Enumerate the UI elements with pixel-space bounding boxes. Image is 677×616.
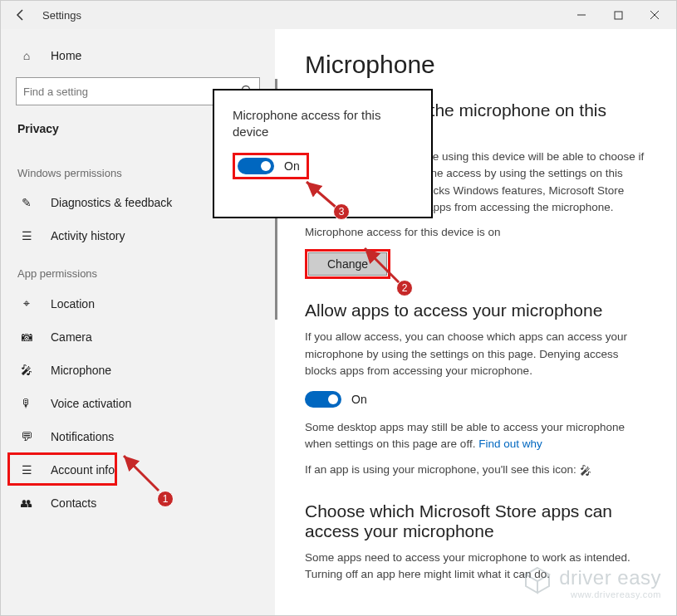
watermark-logo-icon — [522, 565, 552, 600]
annotation-badge-1: 1 — [157, 491, 174, 507]
home-nav[interactable]: ⌂ Home — [1, 41, 275, 71]
section2-title: Allow apps to access your microphone — [305, 301, 646, 320]
mic-status-icon: 🎤︎ — [580, 464, 591, 477]
desktop-note: Some desktop apps may still be able to a… — [305, 419, 646, 453]
svg-rect-1 — [615, 12, 622, 19]
sidebar-item-label: Notifications — [51, 430, 114, 443]
sidebar-item-label: Contacts — [51, 496, 96, 510]
diagnostics-icon: ✎ — [17, 196, 36, 209]
desktop-note-text: Some desktop apps may still be able to a… — [305, 421, 625, 450]
toggle-label: On — [284, 159, 300, 173]
sidebar-item-activity[interactable]: ☰ Activity history — [1, 219, 275, 252]
home-icon: ⌂ — [17, 49, 36, 62]
home-label: Home — [51, 49, 81, 62]
sidebar-item-microphone[interactable]: 🎤︎ Microphone — [1, 354, 275, 387]
change-button[interactable]: Change — [308, 252, 387, 276]
sidebar-item-notifications[interactable]: 💬︎ Notifications — [1, 420, 275, 453]
contacts-icon: 👥︎ — [17, 496, 36, 510]
find-out-why-link[interactable]: Find out why — [478, 438, 542, 450]
using-mic-line: If an app is using your microphone, you'… — [305, 462, 646, 480]
minimize-icon — [576, 10, 586, 20]
sidebar-item-label: Microphone — [51, 364, 111, 377]
titlebar: Settings — [1, 1, 676, 29]
sidebar-item-location[interactable]: ⌖ Location — [1, 286, 275, 320]
group-app-permissions: App permissions — [1, 252, 275, 286]
sidebar-item-label: Location — [51, 297, 95, 310]
page-title: Microphone — [305, 51, 646, 79]
annotation-badge-2: 2 — [396, 280, 413, 296]
microphone-icon: 🎤︎ — [17, 364, 36, 377]
toggle-label: On — [351, 393, 367, 406]
toggle-knob — [328, 394, 338, 404]
close-icon — [650, 10, 660, 20]
section2-body: If you allow access, you can choose whic… — [305, 329, 646, 379]
using-mic-text: If an app is using your microphone, you'… — [305, 463, 576, 476]
notifications-icon: 💬︎ — [17, 430, 36, 443]
watermark: driver easy www.drivereasy.com — [522, 565, 661, 600]
window-title: Settings — [42, 9, 81, 22]
apps-access-toggle[interactable]: On — [305, 391, 646, 408]
sidebar-item-label: Activity history — [51, 229, 125, 242]
annotation-badge-3: 3 — [333, 203, 350, 220]
sidebar-item-label: Camera — [51, 330, 92, 344]
annotation-highlight-change: Change — [305, 249, 390, 279]
sidebar-item-label: Voice activation — [51, 397, 131, 410]
close-button[interactable] — [636, 1, 673, 29]
annotation-highlight-toggle: On — [233, 153, 309, 179]
search-input[interactable] — [23, 86, 241, 98]
device-access-toggle[interactable]: On — [238, 158, 300, 174]
popup-title: Microphone access for this device — [233, 107, 418, 141]
watermark-url: www.drivereasy.com — [559, 589, 661, 599]
status-line: Microphone access for this device is on — [305, 224, 646, 241]
watermark-brand: driver easy — [559, 566, 661, 589]
arrow-left-icon — [14, 8, 27, 22]
voice-icon: 🎙︎ — [17, 397, 36, 410]
minimize-button[interactable] — [563, 1, 600, 29]
activity-icon: ☰ — [17, 229, 36, 242]
toggle-knob — [261, 161, 271, 171]
sidebar-item-label: Diagnostics & feedback — [51, 196, 172, 209]
sidebar-item-account[interactable]: ☰ Account info — [1, 453, 275, 486]
toggle-track — [305, 391, 341, 408]
sidebar-item-contacts[interactable]: 👥︎ Contacts — [1, 486, 275, 520]
camera-icon: 📷︎ — [17, 330, 36, 344]
toggle-track — [238, 158, 274, 174]
location-icon: ⌖ — [17, 296, 36, 310]
mic-access-popup: Microphone access for this device On — [213, 89, 433, 218]
maximize-button[interactable] — [600, 1, 636, 29]
sidebar-item-camera[interactable]: 📷︎ Camera — [1, 320, 275, 354]
sidebar-item-voice[interactable]: 🎙︎ Voice activation — [1, 387, 275, 420]
back-button[interactable] — [4, 1, 37, 29]
section3-title: Choose which Microsoft Store apps can ac… — [305, 501, 646, 541]
sidebar-item-label: Account info — [51, 463, 115, 477]
maximize-icon — [614, 11, 623, 20]
account-icon: ☰ — [17, 463, 36, 477]
